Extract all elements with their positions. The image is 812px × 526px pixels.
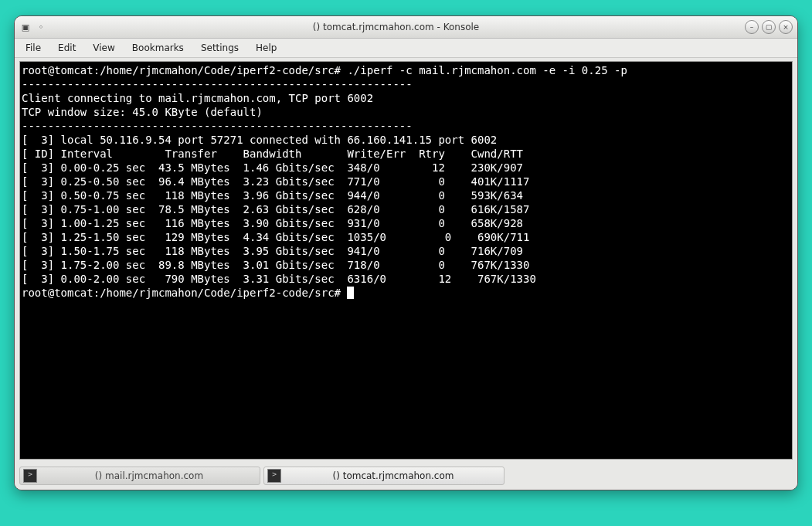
tab-label: () mail.rjmcmahon.com <box>43 470 255 481</box>
maximize-button[interactable]: ▢ <box>762 20 776 34</box>
menu-edit[interactable]: Edit <box>50 40 83 56</box>
menubar: File Edit View Bookmarks Settings Help <box>15 39 797 58</box>
menu-bookmarks[interactable]: Bookmarks <box>124 40 192 56</box>
konsole-window: ▣ ◦ () tomcat.rjmcmahon.com - Konsole – … <box>14 15 798 490</box>
tab-bar: > () mail.rjmcmahon.com > () tomcat.rjmc… <box>15 464 797 490</box>
tab-label: () tomcat.rjmcmahon.com <box>287 470 499 481</box>
terminal[interactable]: root@tomcat:/home/rjmcmahon/Code/iperf2-… <box>19 61 793 460</box>
menu-view[interactable]: View <box>85 40 122 56</box>
cursor <box>347 287 354 299</box>
window-title: () tomcat.rjmcmahon.com - Konsole <box>52 22 740 32</box>
tab-tomcat[interactable]: > () tomcat.rjmcmahon.com <box>263 467 505 485</box>
menu-settings[interactable]: Settings <box>193 40 246 56</box>
app-icon: ▣ <box>19 21 32 33</box>
tab-mail[interactable]: > () mail.rjmcmahon.com <box>19 467 260 485</box>
menu-file[interactable]: File <box>18 40 49 56</box>
terminal-icon: > <box>23 469 37 483</box>
menu-help[interactable]: Help <box>248 40 284 56</box>
terminal-icon: > <box>267 469 281 483</box>
minimize-button[interactable]: – <box>745 20 759 34</box>
pin-icon[interactable]: ◦ <box>35 21 47 33</box>
close-button[interactable]: × <box>779 20 793 34</box>
titlebar[interactable]: ▣ ◦ () tomcat.rjmcmahon.com - Konsole – … <box>15 16 797 39</box>
